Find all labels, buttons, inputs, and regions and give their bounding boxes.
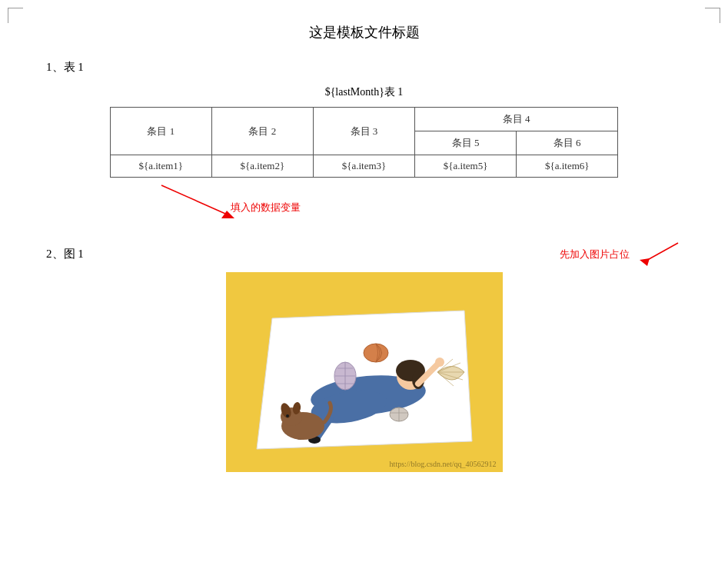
svg-point-12: [435, 358, 444, 367]
cell-item3: ${a.item3}: [313, 155, 414, 178]
page-container: 这是模板文件标题 1、表 1 ${lastMonth}表 1 条目 1 条目 2…: [0, 0, 728, 495]
th-item5: 条目 5: [415, 131, 517, 155]
th-item2: 条目 2: [211, 108, 313, 155]
image-placeholder-area: https://blog.csdn.net/qq_40562912: [46, 272, 682, 472]
right-annotation-container: 先加入图片占位: [560, 239, 682, 270]
table-header-row1: 条目 1 条目 2 条目 3 条目 4: [110, 108, 618, 131]
watermark-text: https://blog.csdn.net/qq_40562912: [390, 460, 497, 468]
th-item1: 条目 1: [110, 108, 211, 155]
cell-item6: ${a.item6}: [517, 155, 618, 178]
cell-item2: ${a.item2}: [211, 155, 313, 178]
data-table: 条目 1 条目 2 条目 3 条目 4 条目 5 条目 6 ${a.item1}…: [110, 107, 619, 178]
corner-mark-top-right: [705, 8, 720, 23]
image-placeholder: https://blog.csdn.net/qq_40562912: [226, 272, 503, 472]
section2-wrapper: 2、图 1 先加入图片占位: [46, 247, 682, 472]
annotation-right-text: 先加入图片占位: [560, 248, 630, 261]
annotation-text: 填入的数据变量: [231, 201, 301, 215]
right-arrow-icon: [636, 239, 682, 270]
th-item6: 条目 6: [517, 131, 618, 155]
illustration-svg: [226, 272, 503, 472]
table-row: ${a.item1} ${a.item2} ${a.item3} ${a.ite…: [110, 155, 618, 178]
cell-item1: ${a.item1}: [110, 155, 211, 178]
section2-header: 2、图 1 先加入图片占位: [46, 247, 682, 261]
svg-point-21: [286, 414, 289, 417]
page-title: 这是模板文件标题: [46, 23, 682, 42]
th-item4: 条目 4: [415, 108, 618, 131]
cell-item5: ${a.item5}: [415, 155, 517, 178]
table-subtitle: ${lastMonth}表 1: [46, 85, 682, 99]
svg-marker-3: [640, 258, 650, 266]
annotation-area: 填入的数据变量: [46, 185, 682, 231]
th-item3: 条目 3: [313, 108, 414, 155]
section1: 1、表 1 ${lastMonth}表 1 条目 1 条目 2 条目 3 条目 …: [46, 60, 682, 231]
section1-heading: 1、表 1: [46, 60, 682, 75]
svg-point-27: [364, 344, 388, 362]
svg-line-0: [161, 185, 231, 216]
corner-mark-top-left: [8, 8, 23, 23]
